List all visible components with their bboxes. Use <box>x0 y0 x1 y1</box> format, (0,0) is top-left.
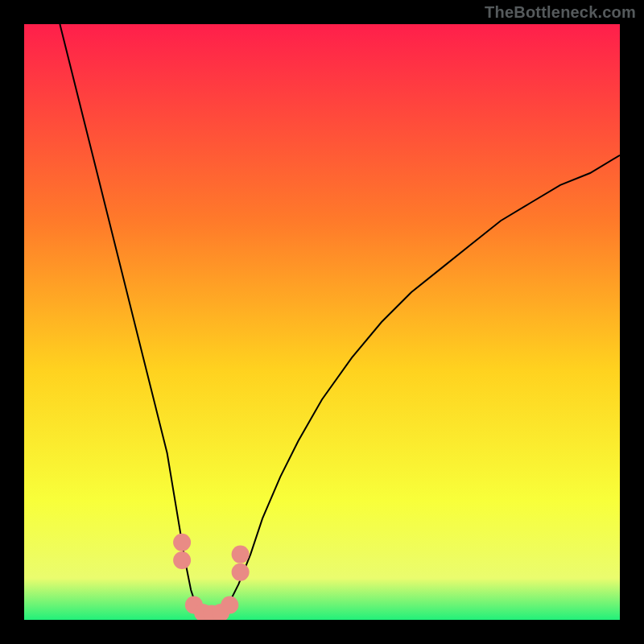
marker-left-cluster-bottom <box>173 551 191 569</box>
chart-frame: TheBottleneck.com <box>0 0 644 644</box>
plot-area <box>24 24 620 620</box>
marker-right-cluster-bottom <box>232 564 250 581</box>
watermark-text: TheBottleneck.com <box>485 3 636 22</box>
marker-trough-5 <box>221 597 238 614</box>
marker-right-cluster-top <box>232 546 250 564</box>
bottleneck-chart <box>24 24 620 620</box>
gradient-background <box>24 24 620 620</box>
marker-left-cluster-top <box>173 534 191 551</box>
